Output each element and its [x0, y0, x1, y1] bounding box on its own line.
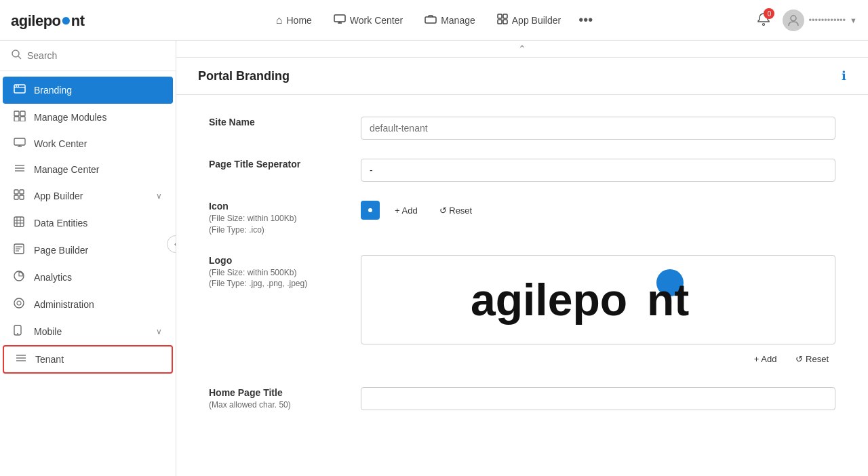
nav-home[interactable]: ⌂ Home: [267, 9, 321, 32]
mobile-icon: [14, 325, 27, 338]
user-menu[interactable]: •••••••••••• ▼: [783, 9, 857, 31]
sidebar-administration-label: Administration: [34, 299, 162, 310]
svg-rect-0: [334, 15, 345, 22]
sidebar-data-entities-label: Data Entities: [34, 218, 162, 229]
sidebar-analytics-label: Analytics: [34, 272, 162, 283]
page-title: Portal Branding: [198, 69, 290, 83]
nav-appbuilder-label: App Builder: [512, 15, 561, 26]
home-page-title-row: Home Page Title (Max allowed char. 50): [209, 387, 835, 411]
sidebar-item-administration[interactable]: Administration: [3, 291, 173, 318]
manage-center-icon: [14, 163, 27, 176]
svg-rect-4: [498, 14, 502, 18]
site-name-row: Site Name: [209, 117, 835, 140]
nav-workcenter-label: Work Center: [350, 15, 403, 26]
svg-rect-28: [14, 195, 18, 199]
page-title-sep-label: Page Title Seperator: [209, 159, 344, 170]
svg-point-15: [18, 85, 19, 87]
nav-more[interactable]: •••: [573, 9, 598, 31]
icon-add-button[interactable]: + Add: [388, 201, 425, 220]
page-builder-icon: [14, 243, 27, 257]
svg-text:nt: nt: [647, 275, 689, 325]
logo-add-button[interactable]: + Add: [747, 350, 784, 368]
administration-icon: [14, 298, 27, 311]
icon-sublabel2: (File Type: .ico): [209, 224, 344, 236]
logo-reset-button[interactable]: ↺ Reset: [789, 350, 835, 368]
search-input[interactable]: [27, 50, 165, 61]
svg-rect-17: [20, 111, 25, 116]
sidebar-item-app-builder[interactable]: App Builder ∨: [3, 182, 173, 210]
collapse-chevron-button[interactable]: ⌃: [518, 43, 526, 54]
search-icon: [11, 49, 22, 62]
appbuilder-icon: [497, 14, 508, 27]
notif-badge: 0: [764, 8, 774, 19]
avatar: [783, 9, 804, 31]
icon-sublabel1: (File Size: within 100Kb): [209, 213, 344, 224]
sidebar-item-manage-modules[interactable]: Manage Modules: [3, 104, 173, 131]
notification-button[interactable]: 0: [753, 8, 774, 32]
sidebar-item-data-entities[interactable]: Data Entities: [3, 210, 173, 237]
home-page-title-input[interactable]: [361, 387, 835, 410]
svg-point-48: [368, 208, 372, 212]
svg-rect-19: [20, 117, 25, 121]
content-header: Portal Branding ℹ: [176, 58, 868, 95]
logo-row: Logo (File Size: within 500Kb) (File Typ…: [209, 255, 835, 368]
icon-reset-button[interactable]: ↺ Reset: [433, 201, 479, 220]
home-icon: ⌂: [276, 14, 283, 26]
work-center-icon: [14, 138, 27, 150]
sidebar-item-mobile[interactable]: Mobile ∨: [3, 318, 173, 345]
icon-label: Icon: [209, 201, 344, 212]
sidebar-manage-center-label: Manage Center: [34, 164, 162, 175]
sidebar-item-branding[interactable]: Branding: [3, 77, 173, 104]
sidebar-item-analytics[interactable]: Analytics: [3, 264, 173, 291]
info-icon[interactable]: ℹ: [842, 68, 846, 83]
sidebar-item-work-center[interactable]: Work Center: [3, 131, 173, 157]
page-title-sep-input[interactable]: [361, 159, 835, 182]
svg-point-10: [12, 50, 19, 57]
home-page-title-label: Home Page Title: [209, 387, 344, 398]
form-area: Site Name Page Title Seperator Icon: [176, 95, 868, 476]
sidebar-item-page-builder[interactable]: Page Builder: [3, 237, 173, 264]
icon-row: Icon (File Size: within 100Kb) (File Typ…: [209, 201, 835, 236]
sidebar-branding-label: Branding: [34, 85, 162, 96]
svg-rect-18: [14, 117, 19, 121]
briefcase-icon: [425, 14, 437, 26]
chevron-toggle-bar: ⌃: [176, 41, 868, 58]
sidebar-tenant-label: Tenant: [35, 354, 161, 365]
svg-point-40: [14, 298, 24, 308]
svg-line-11: [18, 56, 21, 59]
logo-text-int: nt: [71, 12, 85, 29]
data-entities-icon: [14, 216, 27, 230]
nav-home-label: Home: [286, 15, 311, 26]
logo-preview-box: .lf{font-family:Arial,sans-serif;font-si…: [361, 255, 835, 344]
svg-point-9: [791, 16, 796, 21]
svg-rect-7: [503, 20, 507, 24]
svg-rect-6: [498, 20, 502, 24]
main-layout: Branding Manage Modules Work Center: [0, 41, 868, 476]
svg-rect-29: [20, 195, 24, 199]
svg-rect-5: [503, 14, 507, 18]
nav-appbuilder[interactable]: App Builder: [488, 8, 570, 33]
sidebar-item-tenant[interactable]: Tenant: [3, 345, 173, 374]
site-name-input[interactable]: [361, 117, 835, 140]
logo-label: Logo: [209, 255, 344, 266]
svg-rect-20: [14, 138, 25, 145]
user-dropdown-icon: ▼: [850, 16, 857, 24]
favicon-preview: [361, 201, 380, 220]
svg-text:agilepo: agilepo: [471, 275, 627, 325]
top-navigation: agilepo●nt ⌂ Home Work Center Manage App…: [0, 0, 868, 41]
branding-icon: [14, 83, 27, 97]
sidebar-mobile-label: Mobile: [34, 326, 149, 337]
logo-dot: ●: [61, 9, 71, 30]
svg-point-14: [16, 85, 17, 87]
sidebar-scroll: Branding Manage Modules Work Center: [0, 71, 176, 476]
svg-point-41: [17, 301, 21, 305]
manage-modules-icon: [14, 111, 27, 124]
logo: agilepo●nt: [11, 9, 85, 31]
nav-manage[interactable]: Manage: [415, 9, 485, 32]
logo-actions: + Add ↺ Reset: [361, 350, 835, 368]
sidebar-item-manage-center[interactable]: Manage Center: [3, 157, 173, 182]
agilepoint-logo-svg: .lf{font-family:Arial,sans-serif;font-si…: [469, 269, 727, 330]
nav-workcenter[interactable]: Work Center: [324, 9, 412, 32]
nav-right: 0 •••••••••••• ▼: [753, 8, 857, 32]
monitor-icon: [334, 14, 346, 26]
